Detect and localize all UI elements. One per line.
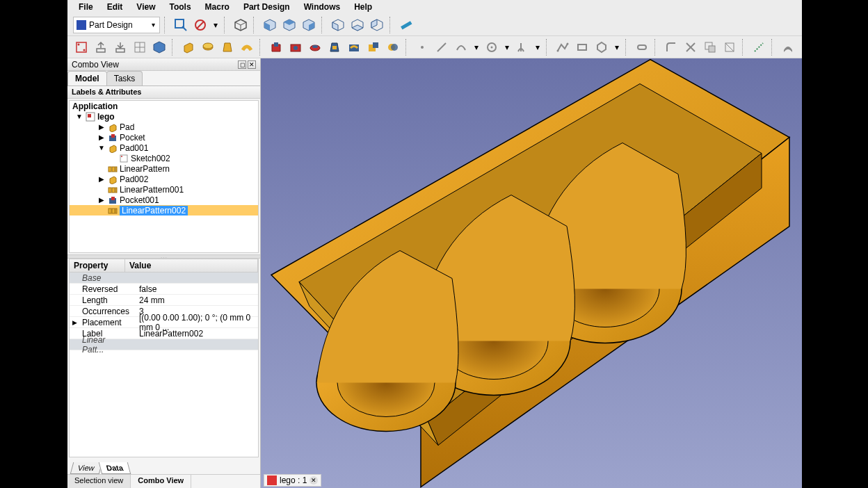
- draw-style-icon[interactable]: [192, 17, 209, 33]
- circle-dropdown[interactable]: ▾: [503, 39, 511, 56]
- tree-item-linearpattern[interactable]: LinearPattern: [70, 163, 258, 174]
- svg-marker-74: [110, 177, 116, 184]
- prop-reversed[interactable]: Reversedfalse: [70, 284, 258, 295]
- tab-selection-view[interactable]: Selection view: [67, 475, 131, 488]
- construction-icon[interactable]: [750, 39, 767, 56]
- prop-placement[interactable]: ▶Placement[(0.00 0.00 1.00); 0 °; (0 mm …: [70, 317, 258, 328]
- pocket-icon: [108, 195, 118, 205]
- arc-dropdown[interactable]: ▾: [472, 39, 481, 56]
- pocket-icon[interactable]: [268, 39, 284, 56]
- viewport-tab-label[interactable]: lego : 1: [280, 475, 307, 485]
- menu-tools[interactable]: Tools: [163, 1, 196, 13]
- menu-file[interactable]: File: [73, 1, 99, 13]
- svg-rect-77: [115, 188, 117, 193]
- rectangle-icon[interactable]: [574, 39, 590, 56]
- draw-style-dropdown[interactable]: ▾: [211, 17, 220, 33]
- tree-item-pocket001[interactable]: ▶Pocket001: [70, 195, 258, 205]
- menu-partdesign[interactable]: Part Design: [238, 1, 296, 13]
- tree-item-sketch002[interactable]: Sketch002: [70, 153, 258, 163]
- svg-rect-67: [111, 134, 115, 138]
- line-icon[interactable]: [433, 39, 450, 56]
- tab-combo-view[interactable]: Combo View: [131, 475, 191, 488]
- pad-icon[interactable]: [180, 39, 197, 56]
- polyline-icon[interactable]: [554, 39, 571, 56]
- view-bottom-icon[interactable]: [349, 17, 366, 33]
- tab-data[interactable]: Data: [98, 462, 130, 474]
- svg-line-48: [437, 43, 446, 51]
- menu-view[interactable]: View: [131, 1, 161, 13]
- property-panel: Property Value Base ReversedfalseLength2…: [69, 259, 259, 457]
- model-tree[interactable]: Application ▼ lego ▶Pad▶Pocket▼Pad001Ske…: [69, 100, 259, 253]
- menu-edit[interactable]: Edit: [102, 1, 129, 13]
- hole-icon[interactable]: [287, 39, 304, 56]
- circle-icon[interactable]: [483, 39, 500, 56]
- menu-windows[interactable]: Windows: [298, 1, 346, 13]
- tree-item-linearpattern001[interactable]: LinearPattern001: [70, 184, 258, 195]
- close-tab-icon[interactable]: ✕: [310, 476, 318, 485]
- additive-pipe-icon[interactable]: [239, 39, 255, 56]
- ellipse-dropdown[interactable]: ▾: [533, 39, 542, 56]
- new-sketch-icon[interactable]: [73, 39, 90, 56]
- tree-item-pocket[interactable]: ▶Pocket: [70, 132, 258, 143]
- svg-rect-64: [88, 114, 91, 117]
- tree-item-linearpattern002[interactable]: LinearPattern002: [70, 205, 258, 215]
- document-tab-icon: [267, 475, 277, 485]
- tree-application[interactable]: Application: [70, 101, 258, 111]
- external-icon[interactable]: [702, 39, 718, 56]
- body-icon[interactable]: [151, 39, 168, 56]
- svg-point-70: [121, 156, 122, 157]
- pad-icon: [108, 174, 118, 184]
- groove-icon[interactable]: [307, 39, 323, 56]
- import-icon[interactable]: [112, 39, 129, 56]
- combo-close-icon[interactable]: ✕: [248, 60, 256, 69]
- view-iso-icon[interactable]: [232, 17, 249, 33]
- map-sketch-icon[interactable]: [131, 39, 148, 56]
- svg-rect-82: [115, 209, 117, 213]
- arc-icon[interactable]: [453, 39, 469, 56]
- tab-model[interactable]: Model: [67, 71, 107, 86]
- view-front-icon[interactable]: [262, 17, 278, 33]
- tree-item-pad001[interactable]: ▼Pad001: [70, 143, 258, 153]
- hexagon-dropdown[interactable]: ▾: [613, 39, 621, 56]
- boolean-icon[interactable]: [385, 39, 401, 56]
- measure-icon[interactable]: [398, 17, 415, 33]
- revolution-icon[interactable]: [200, 39, 216, 56]
- view-rear-icon[interactable]: [330, 17, 346, 33]
- 3d-viewport[interactable]: lego : 1 ✕: [261, 58, 802, 488]
- tree-doc[interactable]: ▼ lego: [70, 111, 258, 122]
- trim-icon[interactable]: [682, 39, 699, 56]
- menu-macro[interactable]: Macro: [200, 1, 235, 13]
- ellipse-icon[interactable]: [514, 39, 531, 56]
- pad-icon: [108, 122, 118, 132]
- workbench-selector[interactable]: Part Design ▾: [73, 17, 160, 33]
- thickness-icon[interactable]: [780, 39, 796, 56]
- view-left-icon[interactable]: [369, 17, 385, 33]
- sub-loft-icon[interactable]: [326, 39, 343, 56]
- zoom-fit-icon[interactable]: [172, 17, 189, 33]
- fillet-icon[interactable]: [663, 39, 680, 56]
- tab-view[interactable]: View: [70, 462, 102, 474]
- export-icon[interactable]: [93, 39, 109, 56]
- carbon-icon[interactable]: [721, 39, 738, 56]
- combo-float-icon[interactable]: ◻: [238, 60, 246, 69]
- point-icon[interactable]: [414, 39, 431, 56]
- view-right-icon[interactable]: [300, 17, 317, 33]
- svg-point-39: [312, 45, 318, 48]
- tab-tasks[interactable]: Tasks: [106, 71, 143, 86]
- slot-icon[interactable]: [634, 39, 650, 56]
- additive-loft-icon[interactable]: [219, 39, 236, 56]
- sub-primitive-icon[interactable]: [365, 39, 382, 56]
- combo-title: Combo View ◻ ✕: [67, 58, 260, 71]
- menu-help[interactable]: Help: [348, 1, 378, 13]
- svg-rect-76: [112, 188, 115, 193]
- sub-pipe-icon[interactable]: [346, 39, 362, 56]
- view-top-icon[interactable]: [281, 17, 298, 33]
- prop-length[interactable]: Length24 mm: [70, 295, 258, 306]
- svg-point-47: [421, 46, 424, 49]
- svg-rect-73: [115, 167, 117, 172]
- prop-group-linearpatt: Linear Patt...: [70, 339, 258, 350]
- hexagon-icon[interactable]: [593, 39, 610, 56]
- tree-item-pad[interactable]: ▶Pad: [70, 122, 258, 132]
- tree-item-pad002[interactable]: ▶Pad002: [70, 174, 258, 184]
- linear-icon: [108, 185, 118, 195]
